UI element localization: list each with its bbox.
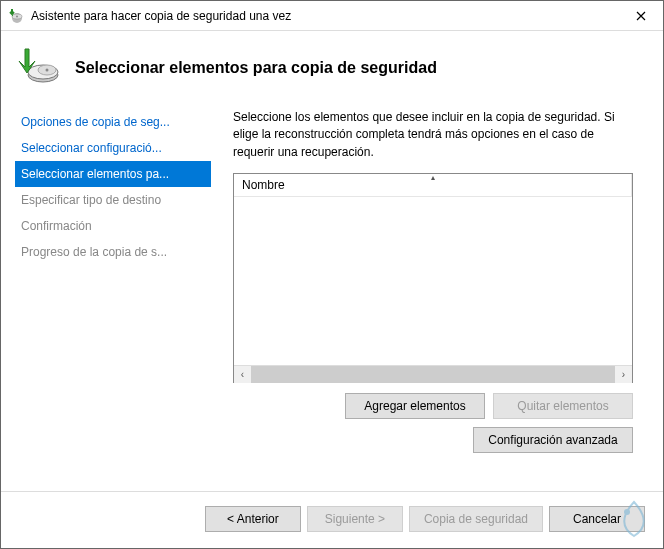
items-listbox[interactable]: Nombre ▴ ‹ › — [233, 173, 633, 383]
close-button[interactable] — [618, 1, 663, 30]
step-backup-options[interactable]: Opciones de copia de seg... — [15, 109, 211, 135]
step-confirmation: Confirmación — [15, 213, 211, 239]
page-title: Seleccionar elementos para copia de segu… — [75, 59, 437, 77]
list-content — [234, 198, 632, 365]
wizard-header: Seleccionar elementos para copia de segu… — [1, 31, 663, 109]
instructions-text: Seleccione los elementos que desee inclu… — [233, 109, 633, 161]
back-button[interactable]: < Anterior — [205, 506, 301, 532]
remove-items-button: Quitar elementos — [493, 393, 633, 419]
advanced-row: Configuración avanzada — [233, 427, 633, 453]
scroll-thumb[interactable] — [251, 366, 615, 383]
wizard-body: Opciones de copia de seg... Seleccionar … — [1, 109, 663, 491]
window-title: Asistente para hacer copia de seguridad … — [31, 9, 618, 23]
cancel-button[interactable]: Cancelar — [549, 506, 645, 532]
wizard-window: Asistente para hacer copia de seguridad … — [0, 0, 664, 549]
scroll-track[interactable] — [251, 366, 615, 383]
svg-point-2 — [16, 15, 18, 17]
svg-point-6 — [46, 69, 49, 72]
titlebar: Asistente para hacer copia de seguridad … — [1, 1, 663, 31]
step-select-config[interactable]: Seleccionar configuració... — [15, 135, 211, 161]
step-select-items[interactable]: Seleccionar elementos pa... — [15, 161, 211, 187]
horizontal-scrollbar[interactable]: ‹ › — [234, 365, 632, 382]
column-header-label: Nombre — [242, 178, 285, 192]
item-buttons-row: Agregar elementos Quitar elementos — [233, 393, 633, 419]
add-items-button[interactable]: Agregar elementos — [345, 393, 485, 419]
close-icon — [636, 8, 646, 24]
scroll-right-icon[interactable]: › — [615, 366, 632, 383]
step-progress: Progreso de la copia de s... — [15, 239, 211, 265]
backup-button: Copia de seguridad — [409, 506, 543, 532]
column-header-name[interactable]: Nombre ▴ — [234, 174, 632, 197]
next-button: Siguiente > — [307, 506, 403, 532]
wizard-footer: < Anterior Siguiente > Copia de segurida… — [1, 491, 663, 548]
main-panel: Seleccione los elementos que desee inclu… — [211, 109, 663, 491]
backup-wizard-icon — [9, 8, 25, 24]
step-destination-type: Especificar tipo de destino — [15, 187, 211, 213]
steps-sidebar: Opciones de copia de seg... Seleccionar … — [1, 109, 211, 491]
backup-drive-arrow-icon — [15, 45, 61, 91]
scroll-left-icon[interactable]: ‹ — [234, 366, 251, 383]
advanced-config-button[interactable]: Configuración avanzada — [473, 427, 633, 453]
list-header: Nombre ▴ — [234, 174, 632, 198]
sort-ascending-icon: ▴ — [431, 173, 435, 182]
